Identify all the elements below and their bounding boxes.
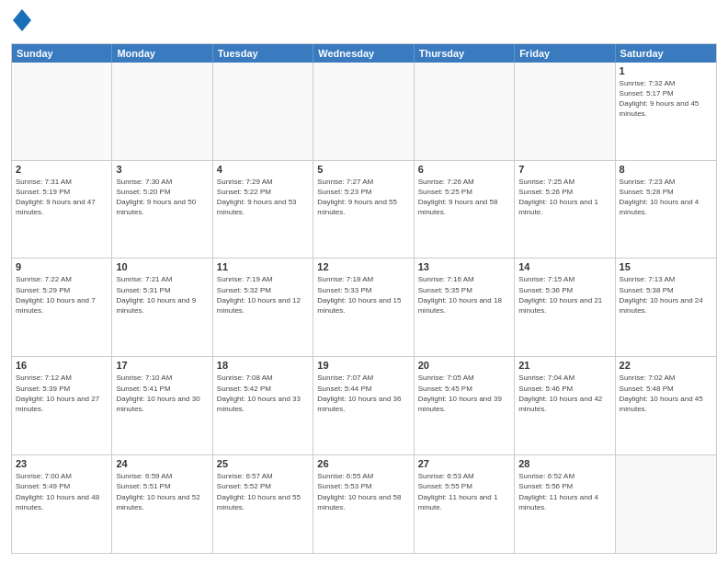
- cell-0-5: [515, 63, 615, 160]
- day-number: 17: [116, 360, 208, 371]
- day-number: 16: [16, 360, 108, 371]
- day-number: 6: [418, 164, 510, 175]
- cell-3-4: 20Sunrise: 7:05 AMSunset: 5:45 PMDayligh…: [415, 357, 515, 454]
- day-number: 24: [116, 458, 208, 469]
- cell-info: Sunrise: 7:04 AMSunset: 5:46 PMDaylight:…: [518, 373, 610, 414]
- header-thursday: Thursday: [415, 44, 515, 63]
- cell-info: Sunrise: 7:15 AMSunset: 5:36 PMDaylight:…: [518, 274, 610, 316]
- cell-info: Sunrise: 6:52 AMSunset: 5:56 PMDaylight:…: [518, 471, 610, 512]
- day-number: 21: [518, 360, 610, 371]
- day-number: 9: [16, 261, 108, 272]
- cell-info: Sunrise: 7:18 AMSunset: 5:33 PMDaylight:…: [317, 274, 409, 316]
- cell-2-1: 10Sunrise: 7:21 AMSunset: 5:31 PMDayligh…: [112, 259, 212, 356]
- cell-2-2: 11Sunrise: 7:19 AMSunset: 5:32 PMDayligh…: [213, 259, 313, 356]
- day-number: 7: [518, 164, 610, 175]
- cell-info: Sunrise: 7:30 AMSunset: 5:20 PMDaylight:…: [116, 177, 208, 218]
- cell-info: Sunrise: 7:02 AMSunset: 5:48 PMDaylight:…: [620, 373, 712, 414]
- cell-info: Sunrise: 7:12 AMSunset: 5:39 PMDaylight:…: [16, 373, 108, 414]
- cell-3-5: 21Sunrise: 7:04 AMSunset: 5:46 PMDayligh…: [515, 357, 615, 454]
- week-row-1: 2Sunrise: 7:31 AMSunset: 5:19 PMDaylight…: [12, 160, 716, 259]
- cell-1-4: 6Sunrise: 7:26 AMSunset: 5:25 PMDaylight…: [415, 161, 515, 259]
- day-number: 11: [217, 261, 309, 272]
- cell-1-1: 3Sunrise: 7:30 AMSunset: 5:20 PMDaylight…: [112, 161, 212, 259]
- logo: [11, 9, 31, 36]
- cell-4-4: 27Sunrise: 6:53 AMSunset: 5:55 PMDayligh…: [415, 455, 515, 553]
- header-monday: Monday: [112, 44, 212, 63]
- cell-info: Sunrise: 7:08 AMSunset: 5:42 PMDaylight:…: [217, 373, 309, 414]
- calendar-body: 1Sunrise: 7:32 AMSunset: 5:17 PMDaylight…: [12, 63, 716, 553]
- day-number: 4: [217, 164, 309, 175]
- day-number: 28: [518, 458, 610, 469]
- cell-info: Sunrise: 7:00 AMSunset: 5:49 PMDaylight:…: [16, 471, 108, 512]
- cell-2-3: 12Sunrise: 7:18 AMSunset: 5:33 PMDayligh…: [313, 259, 414, 356]
- cell-info: Sunrise: 7:27 AMSunset: 5:23 PMDaylight:…: [317, 177, 409, 218]
- calendar-header: Sunday Monday Tuesday Wednesday Thursday…: [12, 44, 716, 63]
- cell-1-5: 7Sunrise: 7:25 AMSunset: 5:26 PMDaylight…: [515, 161, 615, 259]
- cell-info: Sunrise: 7:25 AMSunset: 5:26 PMDaylight:…: [518, 177, 610, 218]
- cell-0-2: [213, 63, 313, 160]
- logo-icon: [13, 9, 31, 31]
- header: [11, 9, 717, 36]
- cell-info: Sunrise: 7:07 AMSunset: 5:44 PMDaylight:…: [317, 373, 409, 414]
- cell-1-3: 5Sunrise: 7:27 AMSunset: 5:23 PMDaylight…: [313, 161, 414, 259]
- cell-4-5: 28Sunrise: 6:52 AMSunset: 5:56 PMDayligh…: [515, 455, 615, 553]
- cell-info: Sunrise: 7:26 AMSunset: 5:25 PMDaylight:…: [418, 177, 510, 218]
- cell-1-0: 2Sunrise: 7:31 AMSunset: 5:19 PMDaylight…: [12, 161, 112, 259]
- week-row-2: 9Sunrise: 7:22 AMSunset: 5:29 PMDaylight…: [12, 258, 716, 356]
- cell-info: Sunrise: 7:16 AMSunset: 5:35 PMDaylight:…: [418, 274, 510, 316]
- svg-marker-0: [13, 9, 31, 31]
- cell-info: Sunrise: 7:13 AMSunset: 5:38 PMDaylight:…: [620, 274, 712, 316]
- header-saturday: Saturday: [616, 44, 716, 63]
- header-wednesday: Wednesday: [313, 44, 414, 63]
- cell-info: Sunrise: 7:29 AMSunset: 5:22 PMDaylight:…: [217, 177, 309, 218]
- cell-4-6: [616, 455, 716, 553]
- cell-info: Sunrise: 6:53 AMSunset: 5:55 PMDaylight:…: [418, 471, 510, 512]
- day-number: 26: [317, 458, 409, 469]
- cell-2-4: 13Sunrise: 7:16 AMSunset: 5:35 PMDayligh…: [415, 259, 515, 356]
- cell-3-6: 22Sunrise: 7:02 AMSunset: 5:48 PMDayligh…: [616, 357, 716, 454]
- day-number: 13: [418, 261, 510, 272]
- day-number: 15: [620, 261, 712, 272]
- cell-info: Sunrise: 7:05 AMSunset: 5:45 PMDaylight:…: [418, 373, 510, 414]
- day-number: 27: [418, 458, 510, 469]
- cell-1-2: 4Sunrise: 7:29 AMSunset: 5:22 PMDaylight…: [213, 161, 313, 259]
- cell-3-0: 16Sunrise: 7:12 AMSunset: 5:39 PMDayligh…: [12, 357, 112, 454]
- calendar: Sunday Monday Tuesday Wednesday Thursday…: [11, 43, 717, 554]
- cell-info: Sunrise: 6:57 AMSunset: 5:52 PMDaylight:…: [217, 471, 309, 512]
- cell-info: Sunrise: 7:23 AMSunset: 5:28 PMDaylight:…: [620, 177, 712, 218]
- cell-info: Sunrise: 7:21 AMSunset: 5:31 PMDaylight:…: [116, 274, 208, 316]
- cell-3-3: 19Sunrise: 7:07 AMSunset: 5:44 PMDayligh…: [313, 357, 414, 454]
- day-number: 22: [620, 360, 712, 371]
- week-row-3: 16Sunrise: 7:12 AMSunset: 5:39 PMDayligh…: [12, 356, 716, 454]
- day-number: 3: [116, 164, 208, 175]
- cell-4-3: 26Sunrise: 6:55 AMSunset: 5:53 PMDayligh…: [313, 455, 414, 553]
- cell-0-3: [313, 63, 414, 160]
- header-friday: Friday: [515, 44, 615, 63]
- cell-info: Sunrise: 7:19 AMSunset: 5:32 PMDaylight:…: [217, 274, 309, 316]
- day-number: 1: [620, 65, 712, 76]
- cell-3-1: 17Sunrise: 7:10 AMSunset: 5:41 PMDayligh…: [112, 357, 212, 454]
- cell-info: Sunrise: 6:59 AMSunset: 5:51 PMDaylight:…: [116, 471, 208, 512]
- cell-1-6: 8Sunrise: 7:23 AMSunset: 5:28 PMDaylight…: [616, 161, 716, 259]
- page: Sunday Monday Tuesday Wednesday Thursday…: [0, 0, 728, 563]
- week-row-0: 1Sunrise: 7:32 AMSunset: 5:17 PMDaylight…: [12, 63, 716, 160]
- cell-4-1: 24Sunrise: 6:59 AMSunset: 5:51 PMDayligh…: [112, 455, 212, 553]
- day-number: 25: [217, 458, 309, 469]
- day-number: 5: [317, 164, 409, 175]
- day-number: 8: [620, 164, 712, 175]
- cell-0-0: [12, 63, 112, 160]
- cell-3-2: 18Sunrise: 7:08 AMSunset: 5:42 PMDayligh…: [213, 357, 313, 454]
- cell-4-0: 23Sunrise: 7:00 AMSunset: 5:49 PMDayligh…: [12, 455, 112, 553]
- cell-4-2: 25Sunrise: 6:57 AMSunset: 5:52 PMDayligh…: [213, 455, 313, 553]
- cell-info: Sunrise: 6:55 AMSunset: 5:53 PMDaylight:…: [317, 471, 409, 512]
- week-row-4: 23Sunrise: 7:00 AMSunset: 5:49 PMDayligh…: [12, 454, 716, 553]
- cell-2-0: 9Sunrise: 7:22 AMSunset: 5:29 PMDaylight…: [12, 259, 112, 356]
- cell-info: Sunrise: 7:10 AMSunset: 5:41 PMDaylight:…: [116, 373, 208, 414]
- cell-0-1: [112, 63, 212, 160]
- day-number: 2: [16, 164, 108, 175]
- day-number: 12: [317, 261, 409, 272]
- day-number: 23: [16, 458, 108, 469]
- header-sunday: Sunday: [12, 44, 112, 63]
- day-number: 20: [418, 360, 510, 371]
- day-number: 19: [317, 360, 409, 371]
